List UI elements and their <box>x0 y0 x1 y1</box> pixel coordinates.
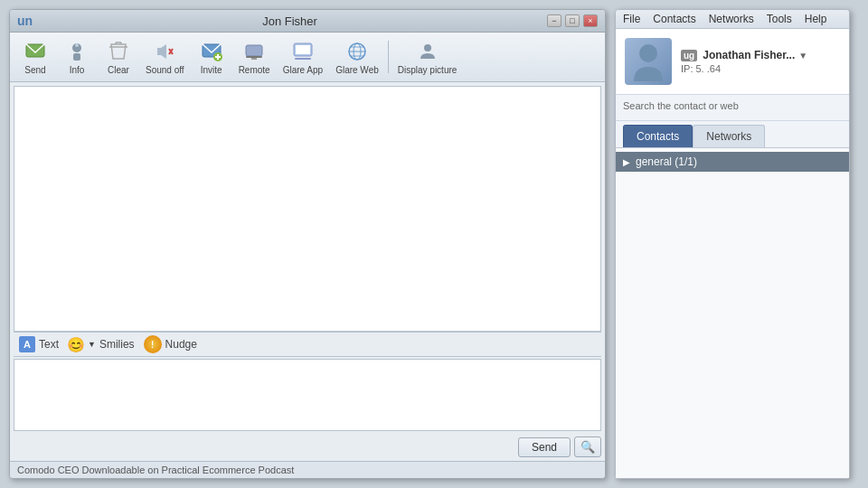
message-input[interactable] <box>14 360 600 430</box>
remote-icon <box>241 39 267 64</box>
profile-area: ug Jonathan Fisher... ▼ IP: 5. .64 <box>616 29 849 95</box>
title-bar: un Jon Fisher − □ × <box>10 10 605 33</box>
search-button[interactable]: 🔍 <box>574 436 601 457</box>
nudge-icon: ! <box>144 335 162 353</box>
menu-contacts[interactable]: Contacts <box>653 13 695 25</box>
window-controls: − □ × <box>547 14 598 27</box>
toolbar-clear-button[interactable]: Clear <box>99 36 138 78</box>
toolbar-display-picture-button[interactable]: Display picture <box>392 36 463 78</box>
toolbar-send-button[interactable]: Send <box>15 36 55 78</box>
tab-contacts[interactable]: Contacts <box>623 125 693 147</box>
toolbar-glare-app-button[interactable]: Glare App <box>278 36 328 78</box>
menu-tools[interactable]: Tools <box>767 13 792 25</box>
app-logo: un <box>17 14 33 28</box>
glare-app-icon <box>290 39 316 64</box>
group-label: general (1/1) <box>636 155 697 168</box>
input-area <box>14 359 601 431</box>
chat-window: un Jon Fisher − □ × Send <box>9 9 606 479</box>
svg-point-26 <box>424 44 431 52</box>
contact-name: Jonathan Fisher... <box>703 49 795 61</box>
send-icon <box>23 39 48 64</box>
svg-rect-20 <box>295 58 311 60</box>
format-bar: A Text 😊 ▼ Smilies ! Nudge <box>14 332 601 357</box>
invite-label: Invite <box>201 65 222 75</box>
svg-rect-15 <box>246 45 262 56</box>
window-title: Jon Fisher <box>262 14 317 28</box>
toolbar-remote-button[interactable]: Remote <box>233 36 276 78</box>
svg-marker-8 <box>157 44 166 59</box>
glare-app-label: Glare App <box>283 65 323 75</box>
avatar-figure-icon <box>632 42 665 81</box>
toolbar-invite-button[interactable]: Invite <box>192 36 231 78</box>
send-message-button[interactable]: Send <box>518 437 571 457</box>
avatar <box>625 38 672 85</box>
profile-info: ug Jonathan Fisher... ▼ IP: 5. .64 <box>681 49 840 74</box>
toolbar-glare-web-button[interactable]: Glare Web <box>330 36 384 78</box>
display-picture-label: Display picture <box>398 65 458 75</box>
minimize-button[interactable]: − <box>547 14 561 27</box>
tab-networks[interactable]: Networks <box>693 125 765 147</box>
svg-point-3 <box>75 43 79 47</box>
contacts-panel: File Contacts Networks Tools Help ug Jon… <box>615 9 850 479</box>
svg-rect-2 <box>73 53 80 61</box>
toolbar: Send Info Clea <box>10 33 605 82</box>
svg-rect-17 <box>251 58 257 60</box>
clear-icon <box>106 39 131 64</box>
tabs-area: Contacts Networks <box>616 121 849 148</box>
nudge-label: Nudge <box>165 338 197 351</box>
search-area: Search the contact or web <box>616 95 849 121</box>
svg-rect-16 <box>246 56 262 58</box>
smilies-label: Smilies <box>99 338 135 351</box>
panel-menubar: File Contacts Networks Tools Help <box>616 10 849 29</box>
profile-name: ug Jonathan Fisher... ▼ <box>681 49 840 61</box>
group-arrow-icon: ▶ <box>623 157 630 167</box>
smiley-icon: 😊 <box>68 336 84 352</box>
glare-web-label: Glare Web <box>335 65 379 75</box>
message-area[interactable] <box>14 86 601 332</box>
toolbar-separator <box>388 41 389 73</box>
sound-label: Sound off <box>146 65 184 75</box>
search-label: Search the contact or web <box>623 100 842 111</box>
display-picture-icon <box>415 39 440 64</box>
text-format-button[interactable]: A Text <box>19 336 59 352</box>
send-bar: Send 🔍 <box>10 435 605 461</box>
invite-icon <box>199 39 224 64</box>
toolbar-info-button[interactable]: Info <box>57 36 97 78</box>
profile-ip: IP: 5. .64 <box>681 63 840 74</box>
close-button[interactable]: × <box>583 14 598 27</box>
menu-networks[interactable]: Networks <box>709 13 754 25</box>
status-bar: Comodo CEO Downloadable on Practical Eco… <box>10 461 605 478</box>
text-label: Text <box>39 338 59 351</box>
menu-help[interactable]: Help <box>805 13 827 25</box>
send-label: Send <box>24 65 45 75</box>
sound-icon <box>152 39 177 64</box>
glare-web-icon <box>344 39 370 64</box>
nudge-button[interactable]: ! Nudge <box>144 335 197 353</box>
toolbar-sound-button[interactable]: Sound off <box>140 36 190 78</box>
profile-dropdown-arrow[interactable]: ▼ <box>798 51 807 61</box>
text-icon: A <box>19 336 35 352</box>
svg-rect-19 <box>296 45 310 54</box>
maximize-button[interactable]: □ <box>565 14 580 27</box>
contact-group-general[interactable]: ▶ general (1/1) <box>616 152 849 172</box>
menu-file[interactable]: File <box>623 13 640 25</box>
status-badge: ug <box>681 50 697 61</box>
contacts-list: ▶ general (1/1) <box>616 148 849 478</box>
clear-label: Clear <box>108 65 129 75</box>
remote-label: Remote <box>239 65 270 75</box>
info-icon <box>64 39 90 64</box>
info-label: Info <box>70 65 85 75</box>
svg-point-27 <box>639 44 657 62</box>
smilies-button[interactable]: 😊 ▼ Smilies <box>68 336 135 352</box>
smilies-dropdown-arrow: ▼ <box>88 340 96 349</box>
